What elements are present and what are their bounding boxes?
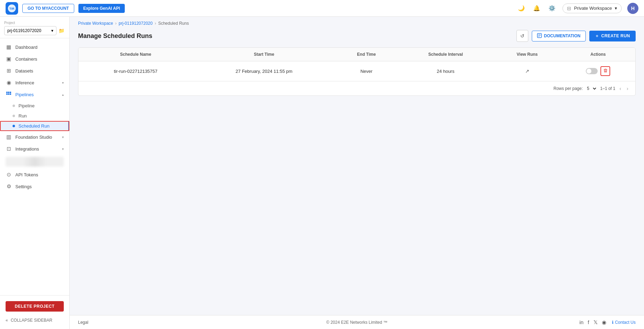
footer-right: in f 𝕏 ◉ ℹ Contact Us — [580, 319, 636, 326]
content-area: Private Workspace › prj-011912072020 › S… — [70, 17, 644, 329]
chevron-down-icon: ▾ — [62, 135, 64, 139]
actions-cell — [561, 61, 635, 81]
prev-page-button[interactable]: ‹ — [618, 85, 623, 92]
explore-genai-button[interactable]: Explore GenAI API — [78, 4, 125, 13]
folder-button[interactable]: 📁 — [58, 28, 65, 33]
sidebar-item-dashboard[interactable]: ▦ Dashboard — [0, 41, 69, 53]
project-label: Project — [4, 21, 65, 25]
breadcrumb-project[interactable]: prj-011912072020 — [118, 21, 152, 26]
sidebar-item-label: Settings — [15, 184, 32, 189]
collapse-sidebar-label: COLLAPSE SIDEBAR — [11, 318, 52, 323]
blurred-nav-item — [6, 157, 64, 167]
facebook-link[interactable]: f — [588, 319, 589, 325]
sidebar-subitem-label: Scheduled Run — [18, 123, 49, 129]
collapse-left-icon: « — [6, 318, 8, 323]
sidebar-item-pipelines[interactable]: Pipelines ▴ — [0, 89, 69, 101]
settings-button[interactable]: ⚙️ — [547, 3, 557, 13]
next-page-button[interactable]: › — [625, 85, 630, 92]
start-time-cell: 27 February, 2024 11:55 pm — [193, 61, 335, 81]
collapse-sidebar-button[interactable]: « COLLAPSE SIDEBAR — [0, 314, 69, 326]
sidebar-item-datasets[interactable]: ⊞ Datasets — [0, 65, 69, 77]
notifications-button[interactable]: 🔔 — [532, 3, 542, 13]
rows-per-page-select[interactable]: 5 10 25 — [585, 86, 597, 91]
documentation-label: DOCUMENTATION — [544, 33, 581, 38]
header-actions: ↺ DOCUMENTATION ＋ CREATE RUN — [516, 30, 636, 42]
sidebar-item-label: Foundation Studio — [15, 135, 52, 140]
chevron-down-icon: ▾ — [62, 81, 64, 85]
logo: TIR — [6, 2, 18, 15]
legal-link[interactable]: Legal — [78, 320, 88, 325]
table-header-row: Schedule Name Start Time End Time Schedu… — [78, 48, 635, 61]
sidebar-bottom: DELETE PROJECT « COLLAPSE SIDEBAR — [0, 295, 69, 329]
rss-link[interactable]: ◉ — [602, 319, 606, 326]
workspace-dropdown[interactable]: ⊟ Private Workspace ▾ — [562, 3, 622, 13]
twitter-link[interactable]: 𝕏 — [593, 319, 598, 326]
refresh-button[interactable]: ↺ — [516, 30, 528, 42]
pipelines-submenu: Pipeline Run Scheduled Run — [0, 101, 69, 131]
social-links: in f 𝕏 ◉ — [580, 319, 606, 326]
contact-us-label: Contact Us — [615, 320, 636, 325]
foundation-studio-icon: ▥ — [6, 134, 12, 140]
create-run-label: CREATE RUN — [601, 33, 630, 38]
sidebar: Project prj-011912072020 ▾ 📁 ▦ Dashboard — [0, 17, 70, 329]
logo-icon: TIR — [6, 2, 18, 15]
sidebar-subitem-label: Run — [18, 113, 27, 118]
sidebar-item-run[interactable]: Run — [0, 111, 69, 121]
sidebar-item-settings[interactable]: ⚙ Settings — [0, 181, 69, 192]
toggle-switch[interactable] — [586, 68, 598, 74]
sidebar-item-pipeline[interactable]: Pipeline — [0, 101, 69, 111]
sidebar-item-label: Dashboard — [15, 45, 38, 50]
navbar-right: 🌙 🔔 ⚙️ ⊟ Private Workspace ▾ H — [516, 3, 638, 14]
pagination: Rows per page: 5 10 25 1–1 of 1 ‹ › — [78, 81, 635, 95]
dark-mode-button[interactable]: 🌙 — [516, 3, 526, 13]
sidebar-subitem-label: Pipeline — [18, 103, 34, 108]
breadcrumb-workspace[interactable]: Private Workspace — [78, 21, 113, 26]
chevron-up-icon: ▴ — [62, 93, 64, 97]
dashboard-icon: ▦ — [6, 44, 12, 50]
rows-per-page-label: Rows per page: — [553, 86, 583, 91]
page-title: Manage Scheduled Runs — [78, 32, 152, 40]
inference-icon: ◉ — [6, 79, 12, 86]
folder-icon: 📁 — [59, 28, 64, 33]
navbar-left: TIR GO TO MYACCOUNT Explore GenAI API — [6, 2, 125, 15]
bell-icon: 🔔 — [533, 5, 540, 11]
main-layout: Project prj-011912072020 ▾ 📁 ▦ Dashboard — [0, 17, 644, 329]
sidebar-item-integrations[interactable]: ⊡ Integrations ▾ — [0, 143, 69, 155]
dot-active-icon — [13, 125, 15, 127]
delete-project-button[interactable]: DELETE PROJECT — [6, 301, 64, 312]
svg-rect-7 — [10, 93, 11, 95]
col-schedule-name: Schedule Name — [78, 48, 193, 61]
col-view-runs: View Runs — [493, 48, 561, 61]
trash-icon — [603, 68, 608, 74]
create-run-button[interactable]: ＋ CREATE RUN — [589, 31, 636, 41]
documentation-button[interactable]: DOCUMENTATION — [532, 31, 586, 41]
view-runs-link-icon[interactable]: ↗ — [525, 68, 529, 74]
svg-rect-4 — [10, 92, 11, 93]
rows-per-page-selector: 5 10 25 — [585, 86, 597, 91]
sidebar-item-api-tokens[interactable]: ⊙ API Tokens — [0, 169, 69, 181]
page-info: 1–1 of 1 — [600, 86, 615, 91]
go-myaccount-button[interactable]: GO TO MYACCOUNT — [22, 4, 74, 13]
table-row: tir-run-022712135757 27 February, 2024 1… — [78, 61, 635, 81]
copyright-text: © 2024 E2E Networks Limited ™ — [326, 320, 388, 325]
svg-rect-2 — [6, 92, 8, 93]
breadcrumb: Private Workspace › prj-011912072020 › S… — [70, 17, 644, 29]
project-dropdown[interactable]: prj-011912072020 ▾ — [4, 26, 56, 35]
schedule-name-cell: tir-run-022712135757 — [78, 61, 193, 81]
sidebar-item-scheduled-run[interactable]: Scheduled Run — [0, 121, 69, 131]
sidebar-item-label: Datasets — [15, 68, 33, 74]
info-icon: ℹ — [612, 320, 614, 325]
breadcrumb-sep1: › — [115, 21, 116, 26]
col-end-time: End Time — [335, 48, 398, 61]
contact-us-link[interactable]: ℹ Contact Us — [612, 320, 636, 325]
col-schedule-interval: Schedule Interval — [398, 48, 493, 61]
sidebar-item-containers[interactable]: ▣ Containers — [0, 53, 69, 65]
delete-run-button[interactable] — [600, 66, 610, 76]
linkedin-link[interactable]: in — [580, 319, 584, 325]
avatar-button[interactable]: H — [627, 3, 638, 14]
doc-icon — [537, 33, 542, 39]
sidebar-item-foundation-studio[interactable]: ▥ Foundation Studio ▾ — [0, 131, 69, 143]
footer: Legal © 2024 E2E Networks Limited ™ in f… — [70, 315, 644, 329]
sidebar-item-inference[interactable]: ◉ Inference ▾ — [0, 77, 69, 89]
nav-section: ▦ Dashboard ▣ Containers ⊞ Datasets ◉ In… — [0, 38, 69, 195]
